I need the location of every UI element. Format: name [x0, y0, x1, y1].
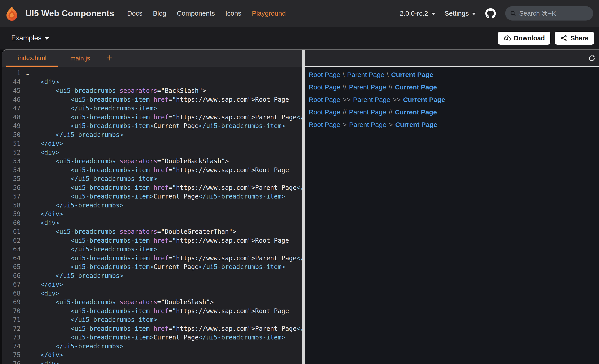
share-button[interactable]: Share	[555, 32, 594, 45]
code-token: </div>	[26, 351, 63, 359]
code-token: ="https://www.sap.com">Parent Page	[169, 325, 297, 332]
code-line-content: </ui5-breadcrumbs-item>	[26, 245, 157, 254]
version-dropdown[interactable]: 2.0.0-rc.2	[400, 9, 435, 17]
nav-link-playground[interactable]: Playground	[252, 9, 286, 17]
code-line-content: <ui5-breadcrumbs separators="DoubleBackS…	[26, 157, 229, 166]
code-token: href	[153, 307, 168, 315]
code-token: href	[153, 166, 168, 174]
code-token: </ui5-breadcrumbs-item>	[199, 334, 285, 341]
code-token: </ui5-breadcrumbs-item>	[297, 254, 302, 262]
github-link[interactable]	[485, 8, 496, 19]
breadcrumb-link[interactable]: Parent Page	[349, 84, 386, 91]
nav-link-components[interactable]: Components	[177, 9, 215, 17]
code-token: ="DoubleSlash">	[157, 298, 214, 306]
add-tab-button[interactable]: +	[107, 50, 113, 67]
code-token: <ui5-breadcrumbs-item	[26, 114, 153, 121]
code-editor-pane: index.html main.js + 1…44 <div>45 <ui5-b…	[2, 50, 302, 364]
breadcrumb-link[interactable]: Parent Page	[349, 109, 386, 116]
breadcrumb-link[interactable]: Parent Page	[347, 71, 384, 78]
tab-main-js[interactable]: main.js	[63, 50, 97, 67]
code-token: ="DoubleGreaterThan">	[157, 228, 236, 235]
line-number: 61	[2, 227, 21, 236]
code-line-content: <ui5-breadcrumbs-item href="https://www.…	[26, 324, 302, 333]
code-line: 74 </ui5-breadcrumbs>	[2, 342, 302, 351]
code-token: <div>	[26, 360, 59, 364]
code-token: <div>	[26, 149, 59, 156]
line-number: 46	[2, 95, 21, 104]
code-line: 51 </div>	[2, 139, 302, 148]
preview-pane: Root Page\Parent Page\Current PageRoot P…	[305, 50, 599, 364]
nav-link-docs[interactable]: Docs	[127, 9, 142, 17]
search-box[interactable]	[505, 6, 593, 21]
download-label: Download	[514, 34, 545, 42]
breadcrumb-current-page: Current Page	[391, 71, 433, 78]
download-button[interactable]: Download	[498, 32, 551, 45]
settings-label: Settings	[445, 9, 469, 17]
code-token: Current Page	[153, 334, 199, 341]
examples-dropdown[interactable]: Examples	[11, 34, 49, 42]
code-token: <ui5-breadcrumbs	[26, 157, 120, 165]
code-editor[interactable]: 1…44 <div>45 <ui5-breadcrumbs separators…	[2, 67, 302, 364]
breadcrumb-link[interactable]: Root Page	[309, 96, 340, 103]
breadcrumb-link[interactable]: Root Page	[309, 121, 340, 128]
code-token: ="https://www.sap.com">Root Page	[169, 96, 289, 103]
code-line-content: <ui5-breadcrumbs separators="BackSlash">	[26, 86, 206, 95]
line-number: 66	[2, 271, 21, 280]
line-number: 1	[2, 69, 21, 78]
code-token: ="https://www.sap.com">Root Page	[169, 307, 289, 315]
breadcrumb-link[interactable]: Root Page	[309, 109, 340, 116]
line-number: 63	[2, 245, 21, 254]
refresh-button[interactable]	[588, 55, 595, 62]
code-line: 55 </ui5-breadcrumbs-item>	[2, 174, 302, 183]
code-line-content: <ui5-breadcrumbs-item>Current Page</ui5-…	[26, 192, 285, 201]
code-token: <ui5-breadcrumbs-item	[26, 184, 153, 191]
line-number: 60	[2, 219, 21, 228]
breadcrumb-separator: >	[343, 121, 347, 128]
settings-dropdown[interactable]: Settings	[445, 9, 476, 17]
examples-toolbar: Examples Download Share	[0, 27, 599, 50]
line-number: 70	[2, 307, 21, 316]
nav-link-blog[interactable]: Blog	[153, 9, 166, 17]
code-line: 70 <ui5-breadcrumbs-item href="https://w…	[2, 307, 302, 316]
page-title: UI5 Web Components	[26, 9, 114, 18]
nav-link-icons[interactable]: Icons	[225, 9, 241, 17]
code-line-content: <ui5-breadcrumbs separators="DoubleSlash…	[26, 298, 214, 307]
code-line-content: </ui5-breadcrumbs-item>	[26, 174, 157, 183]
code-token: separators	[120, 157, 157, 165]
code-line: 49 <ui5-breadcrumbs-item>Current Page</u…	[2, 122, 302, 130]
code-line-content: <ui5-breadcrumbs-item href="https://www.…	[26, 166, 289, 175]
code-token: href	[153, 96, 168, 103]
code-token: ="DoubleBackSlash">	[157, 157, 229, 165]
code-line-content: <ui5-breadcrumbs-item href="https://www.…	[26, 183, 302, 192]
code-line: 67 </div>	[2, 280, 302, 289]
code-line: 56 <ui5-breadcrumbs-item href="https://w…	[2, 183, 302, 192]
code-line: 63 </ui5-breadcrumbs-item>	[2, 245, 302, 254]
search-icon	[510, 9, 516, 17]
ui5-phoenix-logo[interactable]	[4, 5, 20, 22]
line-number: 56	[2, 183, 21, 192]
code-token: <ui5-breadcrumbs-item>	[26, 122, 153, 130]
breadcrumb-link[interactable]: Root Page	[309, 84, 340, 91]
breadcrumb-link[interactable]: Parent Page	[349, 121, 386, 128]
tab-index-html[interactable]: index.html	[6, 50, 58, 67]
code-line: 73 <ui5-breadcrumbs-item>Current Page</u…	[2, 333, 302, 342]
code-line: 69 <ui5-breadcrumbs separators="DoubleSl…	[2, 298, 302, 307]
breadcrumb-link[interactable]: Parent Page	[353, 96, 390, 103]
code-token: </ui5-breadcrumbs-item>	[199, 193, 285, 200]
line-number: 74	[2, 342, 21, 351]
code-line: 44 <div>	[2, 78, 302, 86]
split-resize-handle[interactable]	[302, 50, 305, 364]
code-line-content: <div>	[26, 219, 59, 228]
search-input[interactable]	[519, 10, 589, 17]
code-line-content: <ui5-breadcrumbs-item href="https://www.…	[26, 236, 289, 245]
code-token: ="https://www.sap.com">Parent Page	[169, 184, 297, 191]
code-line: 47 </ui5-breadcrumbs-item>	[2, 104, 302, 113]
code-token: <div>	[26, 290, 59, 297]
line-number: 51	[2, 139, 21, 148]
breadcrumb-link[interactable]: Root Page	[309, 71, 340, 78]
breadcrumb-separator: >>	[343, 96, 351, 103]
code-token: </ui5-breadcrumbs-item>	[199, 122, 285, 130]
breadcrumb-row: Root Page\\Parent Page\\Current Page	[309, 84, 599, 91]
code-token: </ui5-breadcrumbs-item>	[297, 114, 302, 121]
code-line: 46 <ui5-breadcrumbs-item href="https://w…	[2, 95, 302, 104]
